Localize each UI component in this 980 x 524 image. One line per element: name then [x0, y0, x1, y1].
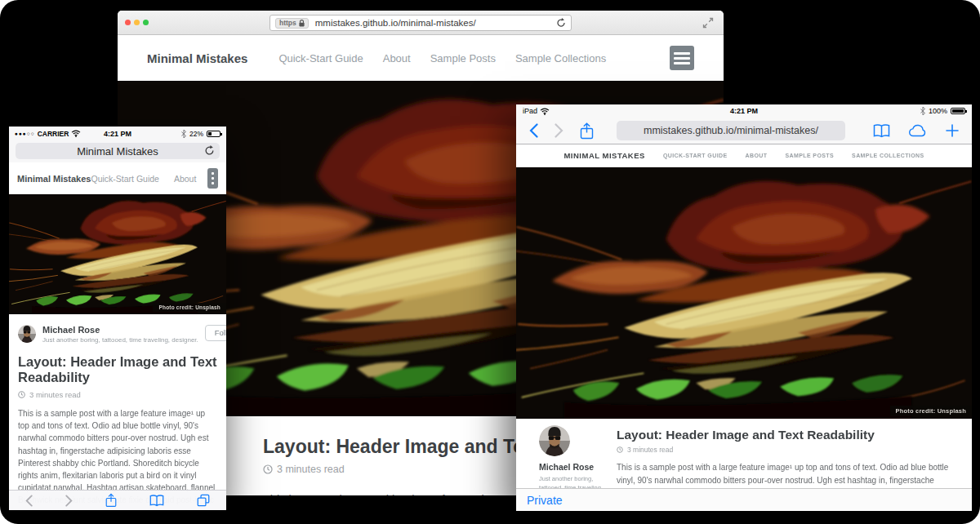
nav-sample-posts[interactable]: Sample Posts	[430, 52, 496, 64]
page-title: Minimal Mistakes	[77, 145, 158, 158]
address-bar[interactable]: https mmistakes.github.io/minimal-mistak…	[270, 15, 572, 31]
ipad-address-bar[interactable]: mmistakes.github.io/minimal-mistakes/	[617, 121, 845, 140]
author-text: Michael Rose Just another boring, tattoo…	[42, 325, 198, 344]
url-text: mmistakes.github.io/minimal-mistakes/	[644, 125, 818, 136]
iphone-address-bar[interactable]: Minimal Mistakes	[16, 143, 220, 159]
url-text: mmistakes.github.io/minimal-mistakes/	[315, 18, 476, 28]
status-time: 4:21 PM	[9, 130, 226, 138]
new-tab-icon[interactable]	[946, 124, 959, 137]
battery-icon	[207, 131, 220, 137]
iphone-post-content: Michael Rose Just another boring, tattoo…	[9, 314, 226, 510]
share-icon[interactable]	[580, 122, 594, 140]
author-bio: Just another boring, tattooed, time trav…	[42, 336, 198, 344]
feature-image: Photo credit: Unsplash	[516, 167, 972, 419]
site-brand[interactable]: Minimal Mistakes	[147, 51, 247, 65]
post-meta: 3 minutes read	[18, 390, 217, 399]
window-controls	[125, 20, 149, 25]
post-title: Layout: Header Image and Text Readabilit…	[18, 354, 217, 386]
iphone-status-bar: ●●●○○ CARRIER 4:21 PM 22%	[9, 127, 226, 140]
nav-about[interactable]: About	[746, 153, 768, 158]
site-masthead: Minimal Mistakes Quick-Start Guide About…	[118, 35, 724, 81]
nav-sample-posts[interactable]: Sample Posts	[785, 153, 834, 158]
status-time: 4:21 PM	[516, 107, 972, 115]
minimize-window-button[interactable]	[134, 20, 140, 25]
ipad-site-masthead: Minimal Mistakes Quick-Start Guide About…	[516, 144, 972, 167]
clock-icon	[18, 391, 25, 398]
post-article: Layout: Header Image and Text Readabilit…	[617, 428, 960, 488]
fullscreen-icon[interactable]	[702, 17, 714, 29]
nav-about[interactable]: About	[174, 174, 196, 184]
lock-icon	[299, 20, 305, 27]
site-brand[interactable]: Minimal Mistakes	[564, 151, 644, 160]
author-bio: Just another boring, tattooed, time trav…	[539, 475, 614, 488]
private-label[interactable]: Private	[527, 494, 563, 507]
iphone-safari: ●●●○○ CARRIER 4:21 PM 22% Minimal Mistak…	[9, 127, 226, 510]
clock-icon	[617, 446, 623, 453]
iphone-toolbar	[9, 490, 226, 510]
ipad-post-content: Michael Rose Just another boring, tattoo…	[516, 419, 972, 488]
reload-icon[interactable]	[556, 18, 566, 28]
bookmarks-icon[interactable]	[873, 124, 890, 138]
composite-stage: https mmistakes.github.io/minimal-mistak…	[0, 0, 980, 524]
site-nav: Quick-Start Guide About Sample Posts Sam…	[278, 52, 606, 64]
iphone-site-masthead: Minimal Mistakes Quick-Start Guide About	[9, 162, 226, 194]
photo-credit-badge: Photo credit: Unsplash	[153, 303, 226, 312]
post-title: Layout: Header Image and Text Readabilit…	[617, 428, 960, 442]
close-window-button[interactable]	[125, 20, 131, 25]
nav-sample-collections[interactable]: Sample Collections	[515, 52, 606, 64]
menu-toggle-button[interactable]	[670, 46, 694, 70]
post-meta: 3 minutes read	[617, 446, 960, 454]
battery-icon	[951, 108, 965, 114]
leaves-photo	[9, 194, 226, 314]
post-paragraph: This is a sample post with a large featu…	[617, 461, 960, 488]
back-icon[interactable]	[25, 495, 33, 507]
leaves-photo	[516, 167, 972, 419]
author-name: Michael Rose	[42, 325, 198, 335]
forward-icon[interactable]	[65, 495, 73, 507]
private-browsing-bar: Private	[516, 488, 972, 511]
author-name: Michael Rose	[539, 462, 614, 472]
site-nav: Quick-Start Guide About	[91, 174, 196, 184]
nav-about[interactable]: About	[383, 52, 411, 64]
read-time: 3 minutes read	[277, 464, 345, 475]
nav-quick-start-guide[interactable]: Quick-Start Guide	[663, 153, 728, 158]
https-label: https	[279, 20, 296, 27]
nav-quick-start-guide[interactable]: Quick-Start Guide	[278, 52, 363, 64]
ipad-toolbar: mmistakes.github.io/minimal-mistakes/	[516, 118, 972, 144]
nav-sample-collections[interactable]: Sample Collections	[852, 153, 924, 158]
author-avatar	[18, 325, 36, 343]
author-row: Michael Rose Just another boring, tattoo…	[18, 325, 217, 344]
browser-titlebar: https mmistakes.github.io/minimal-mistak…	[118, 11, 724, 35]
author-avatar	[539, 425, 570, 456]
share-icon[interactable]	[105, 493, 117, 508]
nav-quick-start-guide[interactable]: Quick-Start Guide	[91, 174, 158, 184]
https-badge: https	[275, 18, 309, 29]
bookmarks-icon[interactable]	[149, 495, 164, 507]
icloud-icon[interactable]	[908, 124, 928, 137]
menu-toggle-button[interactable]	[207, 168, 218, 189]
author-sidebar: Michael Rose Just another boring, tattoo…	[539, 425, 614, 488]
follow-button[interactable]: Follow	[205, 325, 226, 341]
read-time: 3 minutes read	[29, 390, 81, 399]
back-icon[interactable]	[529, 123, 538, 138]
feature-image: Photo credit: Unsplash	[9, 194, 226, 314]
ipad-safari: iPad 4:21 PM 100% mmistakes.github.io/mi…	[516, 104, 972, 511]
tabs-icon[interactable]	[197, 494, 210, 507]
toolbar-right	[873, 124, 959, 138]
forward-icon[interactable]	[555, 123, 564, 138]
photo-credit-badge: Photo credit: Unsplash	[890, 406, 973, 416]
clock-icon	[263, 464, 273, 474]
ipad-status-bar: iPad 4:21 PM 100%	[516, 104, 972, 118]
iphone-urlbar: Minimal Mistakes	[9, 140, 226, 162]
read-time: 3 minutes read	[627, 446, 673, 454]
reload-icon[interactable]	[204, 145, 215, 156]
site-brand[interactable]: Minimal Mistakes	[17, 174, 91, 184]
zoom-window-button[interactable]	[143, 20, 149, 25]
